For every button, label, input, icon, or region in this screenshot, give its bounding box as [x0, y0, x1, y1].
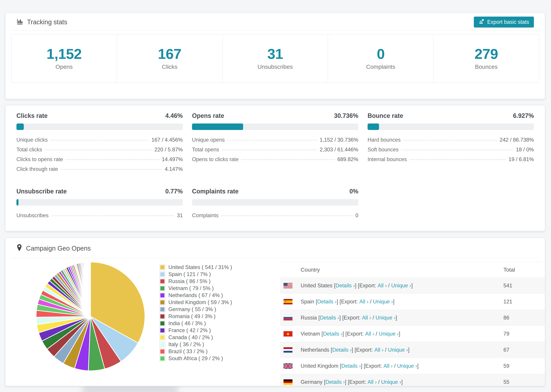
- country-name: Germany: [301, 379, 322, 385]
- country-name: Russia: [301, 315, 317, 321]
- export-all-link[interactable]: All ›: [365, 331, 374, 337]
- total-column-header: Total: [503, 267, 545, 273]
- stat-box-unsubscribes: 31Unsubscribes: [223, 34, 328, 83]
- country-name: United States: [301, 283, 332, 289]
- rate-detail-row: Soft bounces18 / 0%: [367, 147, 534, 156]
- rate-detail-row: Hard bounces242 / 86.738%: [367, 137, 534, 147]
- bar-chart-icon: [16, 18, 23, 26]
- progress-bar: [367, 124, 534, 130]
- dotted-leader: [227, 140, 317, 140]
- geo-table-row-es: Spain [Details ›] [Export: All › / Uniqu…: [280, 294, 545, 309]
- legend-label: United States ( 541 / 31% ): [168, 264, 232, 270]
- flag-icon-nl: [283, 347, 292, 353]
- flag-icon-gb: [283, 363, 292, 369]
- rate-detail-row: Internal bounces19 / 6.81%: [367, 156, 534, 166]
- rate-detail-row: Total opens2,303 / 61.446%: [192, 147, 358, 156]
- country-total: 59: [503, 363, 545, 369]
- export-all-link[interactable]: All ›: [362, 315, 371, 321]
- stat-value: 279: [474, 47, 498, 61]
- legend-item: United Kingdom ( 59 / 3% ): [160, 299, 232, 306]
- rate-title: Complaints rate: [192, 188, 239, 195]
- export-unique-link[interactable]: Unique ›: [391, 283, 411, 289]
- legend-label: Netherlands ( 67 / 4% ): [168, 292, 223, 298]
- rate-value: 30.736%: [334, 112, 358, 119]
- export-all-link[interactable]: All ›: [378, 283, 387, 289]
- country-total: 86: [503, 315, 545, 321]
- progress-bar-fill: [16, 199, 19, 206]
- legend-swatch: [160, 328, 165, 333]
- details-link[interactable]: Details ›: [341, 363, 361, 369]
- details-link[interactable]: Details ›: [335, 283, 355, 289]
- stat-box-opens: 1,152Opens: [11, 34, 117, 83]
- legend-swatch: [160, 356, 165, 361]
- legend-label: South Africa ( 29 / 2% ): [168, 355, 223, 362]
- geo-table-row-de: Germany [Details ›] [Export: All › / Uni…: [280, 374, 545, 386]
- legend-label: United Kingdom ( 59 / 3% ): [168, 299, 232, 305]
- rate-title: Clicks rate: [16, 112, 48, 119]
- pie-slice: [90, 262, 91, 316]
- legend-item: Brazil ( 33 / 2% ): [160, 348, 232, 355]
- legend-swatch: [160, 349, 165, 354]
- geo-title: Campaign Geo Opens: [26, 245, 91, 252]
- legend-swatch: [160, 335, 165, 340]
- export-all-link[interactable]: All ›: [374, 347, 383, 353]
- geo-title-wrap: Campaign Geo Opens: [16, 244, 91, 253]
- export-unique-link[interactable]: Unique ›: [397, 363, 417, 369]
- legend-swatch: [160, 300, 165, 305]
- country-total: 79: [503, 331, 545, 337]
- rate-panel-opens-rate: Opens rate30.736%Unique opens1,152 / 30.…: [192, 112, 358, 176]
- export-unique-link[interactable]: Unique ›: [373, 299, 393, 305]
- map-pin-icon: [16, 244, 22, 253]
- stat-label: Bounces: [475, 63, 497, 70]
- rate-value: 0.77%: [165, 188, 183, 195]
- legend-label: Italy ( 36 / 2% ): [168, 341, 204, 348]
- legend-swatch: [160, 264, 165, 270]
- export-basic-stats-button[interactable]: Export basic stats: [474, 17, 534, 28]
- rate-panel-bounce-rate: Bounce rate6.927%Hard bounces242 / 86.73…: [367, 112, 534, 176]
- rate-title: Opens rate: [192, 112, 224, 119]
- flag-icon-es: [283, 299, 292, 305]
- dotted-leader: [61, 169, 162, 170]
- stat-value: 167: [158, 47, 181, 61]
- rate-title: Bounce rate: [367, 112, 403, 119]
- legend-label: France ( 42 / 2% ): [168, 327, 211, 334]
- legend-item: Romania ( 49 / 3% ): [160, 313, 232, 320]
- export-unique-link[interactable]: Unique ›: [381, 379, 401, 385]
- export-all-link[interactable]: All ›: [359, 299, 368, 305]
- progress-bar: [16, 124, 183, 130]
- stat-value: 31: [267, 47, 283, 61]
- legend-swatch: [160, 307, 165, 312]
- legend-swatch: [160, 286, 165, 291]
- legend-item: Canada ( 40 / 2% ): [160, 334, 232, 341]
- progress-bar: [192, 199, 358, 206]
- export-all-link[interactable]: All ›: [367, 379, 377, 385]
- dotted-leader: [51, 216, 174, 216]
- details-link[interactable]: Details ›: [320, 315, 339, 321]
- details-link[interactable]: Details ›: [325, 379, 345, 385]
- dotted-leader: [50, 140, 149, 140]
- export-unique-link[interactable]: Unique ›: [388, 347, 408, 353]
- export-unique-link[interactable]: Unique ›: [376, 315, 396, 321]
- details-link[interactable]: Details ›: [317, 299, 337, 305]
- page-title: Tracking stats: [27, 19, 67, 26]
- pie-legend: United States ( 541 / 31% )Spain ( 121 /…: [160, 264, 232, 362]
- geo-table-row-vn: Vietnam [Details ›] [Export: All › / Uni…: [280, 326, 545, 342]
- tracking-stats-title: Tracking stats: [16, 18, 67, 26]
- legend-label: India ( 46 / 3% ): [168, 320, 206, 327]
- legend-label: Romania ( 49 / 3% ): [168, 313, 216, 320]
- details-link[interactable]: Details ›: [332, 347, 352, 353]
- flag-icon-ru: [283, 315, 292, 321]
- legend-item: India ( 46 / 3% ): [160, 320, 232, 327]
- export-unique-link[interactable]: Unique ›: [379, 331, 399, 337]
- details-link[interactable]: Details ›: [323, 331, 342, 337]
- export-all-link[interactable]: All ›: [383, 363, 393, 369]
- export-icon: [479, 19, 484, 26]
- dotted-leader: [222, 150, 317, 150]
- country-total: 121: [503, 299, 545, 305]
- geo-country-table: Country Total United States [Details ›] …: [280, 262, 545, 386]
- legend-item: Russia ( 86 / 5% ): [160, 278, 232, 285]
- geo-table-header: Country Total: [280, 262, 545, 277]
- stat-box-clicks: 167Clicks: [117, 34, 223, 83]
- rate-value: 0%: [349, 188, 358, 195]
- rate-detail-row: Opens to clicks rate689.82%: [192, 156, 358, 166]
